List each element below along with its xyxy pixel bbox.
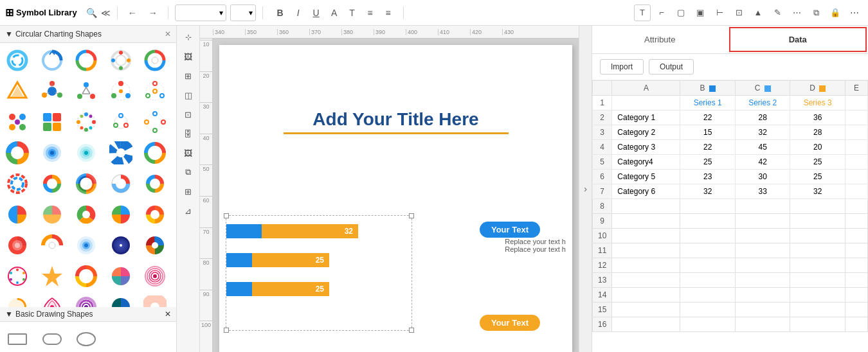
redo-button[interactable]: → [145,4,161,21]
shape-item[interactable] [71,169,101,198]
line-icon-btn[interactable]: ⊢ [711,4,728,21]
cell-a[interactable] [612,229,680,243]
cell-c[interactable] [735,317,790,332]
bold-button[interactable]: B [272,4,289,21]
table-row[interactable]: 9 [593,214,868,229]
text-icon-btn[interactable]: T [634,4,651,21]
cell-e[interactable] [845,170,867,184]
square-icon-btn[interactable]: ▢ [673,4,689,21]
cell-b[interactable] [680,214,736,229]
cell-d[interactable] [790,273,845,288]
image-tool[interactable]: 🖼 [179,48,197,66]
undo-button[interactable]: ← [124,4,141,21]
table-row[interactable]: 1Series 1Series 2Series 3 [593,96,868,110]
shape-item[interactable] [3,292,32,307]
pen-icon-btn[interactable]: ✎ [769,4,786,21]
cell-b[interactable]: 23 [680,170,736,184]
shape-item[interactable] [140,107,170,137]
cell-e[interactable] [845,243,867,258]
crop-icon-btn[interactable]: ⌐ [653,4,670,21]
expand2-tool[interactable]: ⊿ [179,202,197,220]
cell-c[interactable] [735,214,790,229]
canvas-content[interactable]: Add Your Title Here 32 [213,39,579,352]
cell-d[interactable] [790,258,845,273]
shape-item[interactable] [71,138,101,168]
shape-item[interactable] [3,46,32,75]
basic-shape-item[interactable] [71,324,101,352]
text-size-button[interactable]: T [344,4,361,21]
align-button[interactable]: ≡ [362,4,379,21]
expand-tool[interactable]: ⊹ [179,28,197,46]
shape-item[interactable] [140,138,170,168]
cell-a[interactable] [612,96,680,110]
cell-b[interactable]: 25 [680,155,736,170]
data-tab[interactable]: Data [729,27,867,52]
shape-item[interactable] [140,169,170,198]
cell-e[interactable] [845,155,867,170]
cell-b[interactable] [680,317,736,332]
frame-tool[interactable]: ⊡ [179,105,197,123]
cell-e[interactable] [845,273,867,288]
basic-shape-item[interactable] [3,324,32,352]
cell-a[interactable] [612,214,680,229]
handle-tl[interactable] [224,213,229,218]
cell-c[interactable] [735,243,790,258]
cell-d[interactable]: 20 [790,140,845,155]
cell-b[interactable]: Series 1 [680,96,736,110]
cell-d[interactable]: 25 [790,170,845,184]
cell-b[interactable]: 32 [680,184,736,199]
cell-d[interactable] [790,317,845,332]
import-button[interactable]: Import [600,59,644,75]
cell-e[interactable] [845,110,867,125]
cell-c[interactable] [735,273,790,288]
cell-a[interactable]: Category 5 [612,170,680,184]
cell-a[interactable] [612,303,680,317]
shape-item[interactable] [71,200,101,229]
cell-e[interactable] [845,140,867,155]
dotted-icon-btn[interactable]: ⋯ [788,4,805,21]
shape-item[interactable] [3,200,32,229]
shape-item[interactable] [106,231,136,260]
table-row[interactable]: 4Category 3224520 [593,140,868,155]
cell-b[interactable] [680,199,736,214]
cell-c[interactable]: 32 [735,125,790,140]
cell-e[interactable] [845,288,867,303]
shape-item[interactable] [3,169,32,198]
table-row[interactable]: 3Category 2153228 [593,125,868,140]
shape-item[interactable] [106,200,136,229]
table-row[interactable]: 14 [593,288,868,303]
cell-b[interactable] [680,258,736,273]
shape-item[interactable] [106,261,136,291]
cell-d[interactable]: 36 [790,110,845,125]
cell-c[interactable]: 28 [735,110,790,125]
shape-item[interactable] [106,169,136,198]
shape-item[interactable] [37,46,67,75]
shape-item[interactable] [37,76,67,106]
table-tool[interactable]: ⊞ [179,182,197,200]
collapse-icon[interactable]: ≪ [101,8,111,18]
cell-c[interactable]: 30 [735,170,790,184]
shape-item[interactable] [106,292,136,307]
your-text-badge-2[interactable]: Your Text [480,315,540,331]
attribute-tab[interactable]: Attribute [592,26,728,53]
cell-a[interactable]: Category 6 [612,184,680,199]
cell-e[interactable] [845,214,867,229]
library-close-icon[interactable]: ✕ [165,30,171,39]
shape-item[interactable] [37,200,67,229]
selection-box[interactable]: 32 25 25 [226,215,412,331]
shape-item[interactable] [140,76,170,106]
shape-item[interactable] [71,231,101,260]
cell-e[interactable] [845,199,867,214]
table-row[interactable]: 16 [593,317,868,332]
cell-c[interactable]: 33 [735,184,790,199]
table-row[interactable]: 8 [593,199,868,214]
canvas-title[interactable]: Add Your Title Here [284,109,509,134]
more-icon-btn[interactable]: ⋯ [846,4,863,21]
shape-item[interactable] [140,200,170,229]
shape-item[interactable] [106,138,136,168]
cell-c[interactable] [735,199,790,214]
shape-item[interactable] [71,261,101,291]
your-text-badge-1[interactable]: Your Text [480,222,540,238]
db-tool[interactable]: 🗄 [179,125,197,143]
cell-b[interactable]: 22 [680,110,736,125]
